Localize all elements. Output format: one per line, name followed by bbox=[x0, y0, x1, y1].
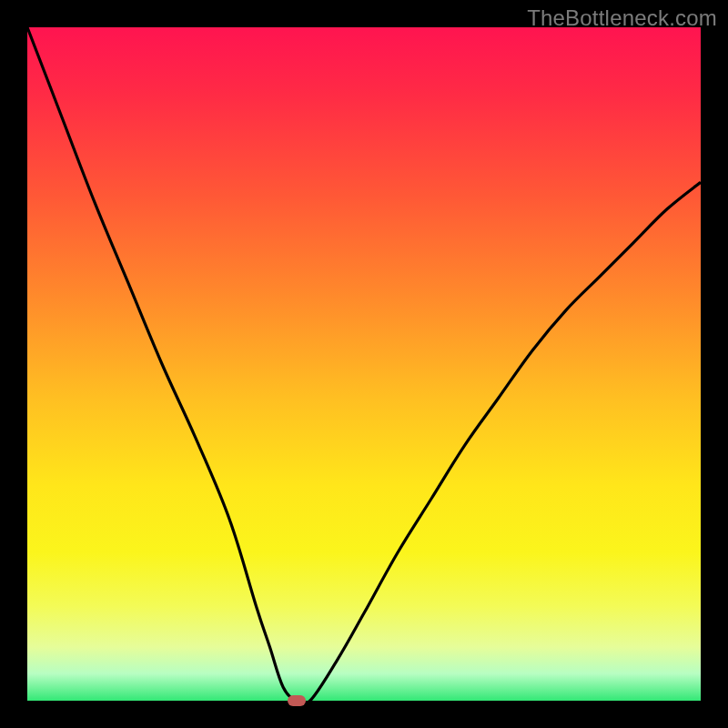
bottleneck-curve bbox=[27, 27, 701, 701]
watermark-text: TheBottleneck.com bbox=[527, 5, 717, 31]
minimum-marker bbox=[288, 695, 306, 706]
plot-area bbox=[27, 27, 701, 701]
chart-container: TheBottleneck.com bbox=[0, 0, 728, 728]
